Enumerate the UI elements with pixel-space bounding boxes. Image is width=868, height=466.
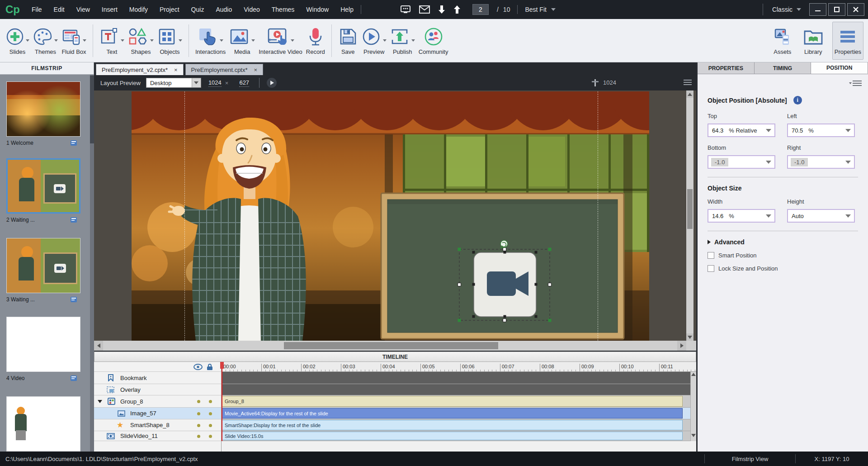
visibility-dot[interactable] [197,400,200,403]
panel-options-icon[interactable] [853,81,862,87]
visibility-dot[interactable] [197,412,200,415]
chevron-down-icon[interactable] [845,129,851,132]
dropdown-button[interactable] [192,78,201,87]
slidevideo-11-track[interactable]: Slide Video:15.0s [222,431,696,441]
stage-height-value[interactable]: 627 [239,79,249,87]
vertical-scrollbar[interactable] [686,90,693,341]
visibility-eye-icon[interactable] [193,364,203,370]
playhead-marker[interactable] [220,362,224,369]
tab-preemployment[interactable]: PreEmployment.cptx* × [185,64,264,75]
current-slide-input[interactable]: 2 [472,4,489,15]
menu-modify[interactable]: Modify [129,6,148,13]
bookmark-track[interactable] [222,372,696,384]
checkbox-icon[interactable] [708,265,714,272]
slide-2-image[interactable] [6,158,80,214]
slide-5-image[interactable] [6,396,80,452]
menu-window[interactable]: Window [306,6,329,13]
themes-button[interactable]: Themes [31,22,60,60]
height-field[interactable]: Auto [787,209,855,223]
layers-mini-scrollbar[interactable] [690,372,696,441]
close-tab-icon[interactable]: × [174,67,178,73]
zoom-mode-dropdown[interactable]: Best Fit [525,6,555,13]
tab-position[interactable]: POSITION [811,62,868,74]
mail-icon[interactable] [419,5,430,14]
workspace-dropdown[interactable]: Classic [763,4,809,15]
slide-4-image[interactable] [6,317,80,372]
lock-icon[interactable] [207,363,213,371]
scroll-left-icon[interactable] [94,341,103,351]
tab-properties[interactable]: PROPERTIES [698,62,755,74]
chevron-down-icon[interactable] [766,161,771,164]
checkbox-icon[interactable] [708,252,714,259]
collapse-arrow-icon[interactable] [98,400,102,403]
scroll-right-icon[interactable] [677,341,686,351]
library-button[interactable]: Library [801,22,826,60]
group-8-bar[interactable]: Group_8 [222,396,683,407]
timeline-ruler[interactable]: 00:0000:0100:0200:0300:0400:0500:0600:07… [222,362,696,372]
menu-quiz[interactable]: Quiz [191,6,204,13]
visibility-dot[interactable] [197,424,200,427]
playhead-line[interactable] [222,362,222,441]
stage-width-value[interactable]: 1024 [208,79,222,87]
width-field[interactable]: 14.6 % [708,209,775,223]
publish-button[interactable]: Publish [388,22,417,60]
menu-video[interactable]: Video [244,6,260,13]
objects-button[interactable]: Objects [156,22,184,60]
scrollbar-thumb[interactable] [687,189,693,229]
left-field[interactable]: 70.5 % [787,124,855,137]
device-dropdown[interactable]: Desktop [146,78,201,88]
media-button[interactable]: Media [227,22,257,60]
menu-edit[interactable]: Edit [54,6,65,13]
chevron-down-icon[interactable] [845,214,851,218]
bottom-field[interactable]: -1.0 [708,155,775,169]
layer-smartshape-8[interactable]: ★ SmartShape_8 [94,419,221,431]
community-button[interactable]: Community [417,22,450,60]
lock-dot[interactable] [209,424,212,427]
menu-themes[interactable]: Themes [272,6,295,13]
timeline-title-bar[interactable]: TIMELINE [94,352,696,362]
menu-help[interactable]: Help [340,6,354,13]
tab-timing[interactable]: TIMING [755,62,811,74]
slides-button[interactable]: Slides [4,22,31,60]
menu-project[interactable]: Project [160,6,179,13]
layer-image-57[interactable]: Image_57 [94,408,221,419]
slidevideo-11-bar[interactable]: Slide Video:15.0s [222,432,683,440]
group-8-track[interactable]: Group_8 [222,395,696,408]
canvas-area[interactable] [94,90,696,341]
advanced-expander[interactable]: Advanced [708,238,868,246]
panel-menu-icon[interactable] [684,80,692,86]
visibility-dot[interactable] [197,435,200,438]
chevron-down-icon[interactable] [766,129,771,132]
slide-stage[interactable] [132,91,649,341]
record-button[interactable]: Record [304,22,327,60]
view-mode[interactable]: Filmstrip View [705,456,795,462]
lock-dot[interactable] [209,400,212,403]
properties-button[interactable]: Properties [832,22,863,60]
slide-thumbnail-4[interactable]: 4 Video [6,317,80,381]
layer-group-8[interactable]: Group_8 [94,395,221,408]
interactions-button[interactable]: Interactions [193,22,227,60]
chevron-down-icon[interactable] [766,214,771,218]
scrollbar-thumb[interactable] [284,342,498,349]
info-icon[interactable]: i [793,96,802,105]
notes-icon[interactable] [400,5,411,14]
horizontal-scrollbar[interactable] [94,341,696,351]
slide-thumbnail-5[interactable] [6,396,80,452]
preview-button[interactable]: Preview [360,22,388,60]
smartshape-8-track[interactable]: SmartShape:Display for the rest of the s… [222,419,696,431]
next-slide-icon[interactable] [453,5,461,14]
slide-3-image[interactable] [6,238,80,293]
slide-1-image[interactable] [6,81,80,137]
smart-position-checkbox[interactable]: Smart Position [708,252,868,259]
lock-dot[interactable] [209,412,212,415]
scroll-up-icon[interactable] [691,373,696,376]
fluid-box-button[interactable]: Fluid Box [60,22,88,60]
menu-insert[interactable]: Insert [102,6,118,13]
text-button[interactable]: Text [98,22,126,60]
close-tab-icon[interactable]: × [254,67,258,73]
shapes-button[interactable]: Shapes [126,22,156,60]
scroll-down-icon[interactable] [691,434,696,437]
tab-preemployment-v2[interactable]: PreEmployment_v2.cptx* × [96,64,184,75]
scroll-up-icon[interactable] [686,90,693,98]
image-57-bar[interactable]: Movie_Active64:Display for the rest of t… [222,408,683,418]
